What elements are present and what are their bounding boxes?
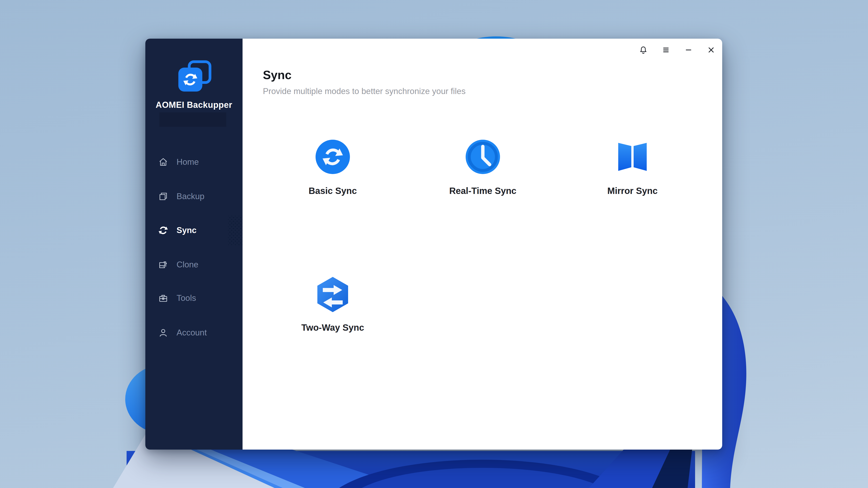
clone-icon [158,260,168,270]
sidebar-item-label: Clone [177,260,198,269]
sync-icon [158,225,168,236]
minimize-icon [684,45,693,55]
mirror-sync-tile[interactable]: Mirror Sync [587,140,678,196]
real-time-sync-label: Real-Time Sync [449,186,516,196]
two-way-sync-icon [315,276,350,312]
app-name: AOMEI Backupper [145,100,243,110]
mirror-sync-label: Mirror Sync [608,186,657,196]
sidebar-item-label: Home [177,157,199,167]
sidebar-item-label: Backup [177,192,204,201]
aomei-backupper-logo-icon [175,60,213,94]
real-time-sync-tile[interactable]: Real-Time Sync [438,140,528,196]
two-way-sync-label: Two-Way Sync [301,323,364,333]
backup-icon [158,191,168,202]
desktop-wallpaper: AOMEI Backupper Home Backup [0,0,868,488]
sidebar-item-backup[interactable]: Backup [145,179,243,214]
sidebar-item-tools[interactable]: Tools [145,281,243,315]
sidebar: AOMEI Backupper Home Backup [145,39,243,450]
notifications-button[interactable] [635,42,651,58]
sidebar-item-label: Account [177,328,207,337]
bell-icon [639,45,648,55]
aomei-backupper-window: AOMEI Backupper Home Backup [145,39,722,450]
home-icon [158,157,168,167]
mirror-sync-icon [615,140,650,175]
real-time-sync-icon [465,140,501,175]
account-icon [158,328,168,338]
basic-sync-tile[interactable]: Basic Sync [287,140,378,196]
page-subtitle: Provide multiple modes to better synchro… [263,87,466,96]
menu-button[interactable] [658,42,674,58]
close-icon [706,45,716,55]
hamburger-menu-icon [661,45,671,55]
basic-sync-icon [315,140,350,175]
sidebar-item-label: Sync [177,225,196,235]
sidebar-item-account[interactable]: Account [145,315,243,350]
tools-icon [158,293,168,303]
page-title: Sync [263,68,291,82]
minimize-button[interactable] [680,42,697,58]
sidebar-item-home[interactable]: Home [145,145,243,179]
logo-shade [159,112,226,127]
sidebar-item-sync[interactable]: Sync [145,213,243,247]
close-button[interactable] [703,42,719,58]
two-way-sync-tile[interactable]: Two-Way Sync [287,276,378,333]
sidebar-item-clone[interactable]: Clone [145,247,243,282]
basic-sync-label: Basic Sync [309,186,357,196]
sidebar-item-label: Tools [177,294,196,303]
